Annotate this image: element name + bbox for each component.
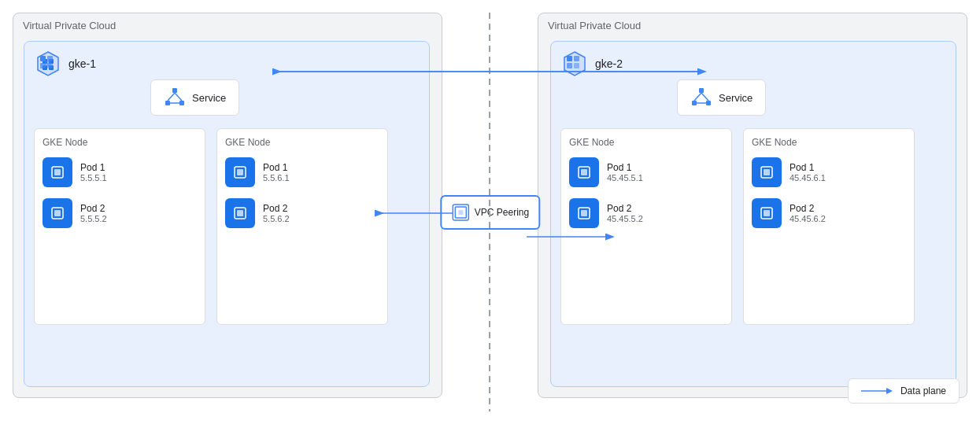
gke-cluster-left: gke-1 Service GKE Node [24,41,430,387]
pod-left-1-2-icon [43,198,72,228]
service-right-label: Service [719,92,753,104]
gke-node-right-1: GKE Node Pod 1 45.45.5.1 Pod 2 [560,128,732,325]
gke-right-icon [560,50,589,78]
vpc-peering-label: VPC Peering [475,207,529,218]
gke-cluster-right: gke-2 Service GKE Node [550,41,956,387]
pod-left-2-1-icon [225,157,255,187]
service-right-icon [690,87,712,109]
legend-arrow-icon [861,385,893,396]
node-left-2-label: GKE Node [225,137,379,148]
gke-right-label: gke-2 [595,57,623,70]
vpc-peering-icon [451,203,470,222]
gke-left-icon [34,50,62,78]
node-left-1-label: GKE Node [43,137,197,148]
svg-rect-27 [567,56,572,61]
pod-right-2-1-name: Pod 1 [790,162,826,173]
svg-rect-31 [699,88,704,93]
pod-left-1-1-name: Pod 1 [80,162,107,173]
svg-rect-29 [567,63,572,68]
gke-right-header: gke-2 [560,50,623,78]
pod-right-2-1-icon [752,157,782,187]
node-right-2-label: GKE Node [752,137,906,148]
pod-right-2-2-ip: 45.45.6.2 [790,214,826,223]
vpc-peering-box: VPC Peering [440,195,540,230]
svg-rect-42 [764,169,770,175]
pod-left-1-2: Pod 2 5.5.5.2 [43,198,197,228]
svg-rect-47 [458,210,463,215]
pod-right-1-2-ip: 45.45.5.2 [607,214,643,223]
svg-rect-9 [40,63,46,68]
pod-left-1-1: Pod 1 5.5.5.1 [43,157,197,187]
svg-rect-40 [581,210,587,216]
vpc-left-label: Virtual Private Cloud [23,20,116,31]
pod-right-2-2-name: Pod 2 [790,203,826,214]
svg-rect-24 [237,210,243,216]
svg-line-14 [168,93,175,101]
svg-line-35 [701,93,708,101]
pod-right-1-1-name: Pod 1 [607,162,643,173]
pod-right-2-1: Pod 1 45.45.6.1 [752,157,906,187]
pod-right-2-1-ip: 45.45.6.1 [790,173,826,183]
service-left-label: Service [192,92,226,104]
vpc-right-label: Virtual Private Cloud [548,20,641,31]
pod-left-2-2: Pod 2 5.5.6.2 [225,198,379,228]
pod-right-1-1: Pod 1 45.45.5.1 [569,157,723,187]
svg-rect-10 [47,63,53,68]
svg-rect-11 [172,88,177,93]
service-right-box: Service [677,79,766,116]
legend-label: Data plane [900,385,946,396]
pod-left-1-2-ip: 5.5.5.2 [80,214,107,223]
gke-left-header: gke-1 [34,50,96,78]
pod-left-2-1-ip: 5.5.6.1 [263,173,290,183]
pod-right-1-1-ip: 45.45.5.1 [607,173,643,183]
pod-left-1-1-icon [43,157,72,187]
pod-right-2-2: Pod 2 45.45.6.2 [752,198,906,228]
svg-line-34 [694,93,701,101]
gke-node-right-2: GKE Node Pod 1 45.45.6.1 Pod 2 [743,128,915,325]
pod-right-1-1-icon [569,157,599,187]
pod-left-1-2-name: Pod 2 [80,203,107,214]
pod-right-2-2-icon [752,198,782,228]
svg-rect-18 [54,169,61,175]
gke-node-left-1: GKE Node Pod 1 5.5.5.1 [34,128,205,325]
pod-right-1-2: Pod 2 45.45.5.2 [569,198,723,228]
svg-line-15 [175,93,182,101]
pod-left-2-2-ip: 5.5.6.2 [263,214,290,223]
pod-left-2-2-name: Pod 2 [263,203,290,214]
svg-rect-20 [54,210,61,216]
svg-rect-44 [764,210,770,216]
svg-rect-30 [574,63,579,68]
pod-left-2-1: Pod 1 5.5.6.1 [225,157,379,187]
gke-node-left-2: GKE Node Pod 1 5.5.6.1 [216,128,388,325]
svg-rect-22 [237,169,243,175]
svg-rect-38 [581,169,587,175]
service-left-icon [164,87,186,109]
svg-rect-7 [40,56,46,61]
svg-rect-28 [574,56,579,61]
pod-left-2-1-name: Pod 1 [263,162,290,173]
svg-rect-8 [47,56,53,61]
pod-right-1-2-name: Pod 2 [607,203,643,214]
node-right-1-label: GKE Node [569,137,723,148]
pod-left-1-1-ip: 5.5.5.1 [80,173,107,183]
svg-marker-51 [886,388,893,394]
legend-box: Data plane [848,378,960,404]
gke-left-label: gke-1 [68,57,96,70]
pod-right-1-2-icon [569,198,599,228]
pod-left-2-2-icon [225,198,255,228]
service-left-box: Service [150,79,239,116]
